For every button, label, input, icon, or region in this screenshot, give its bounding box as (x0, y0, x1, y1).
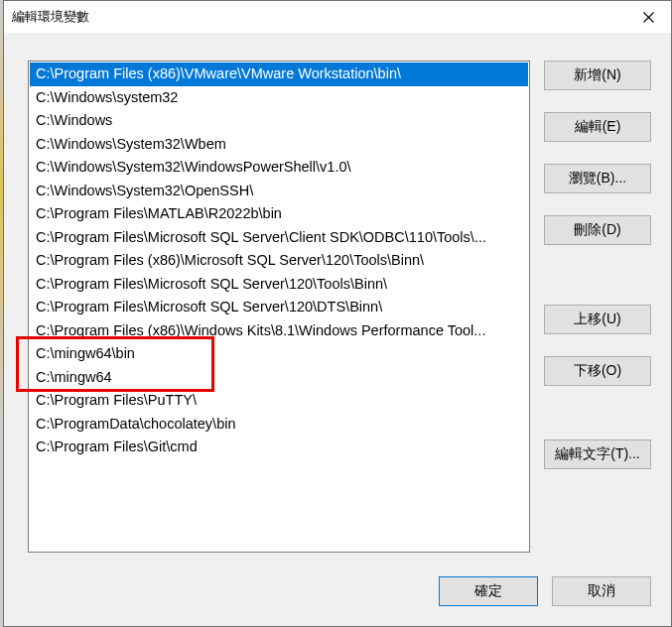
move-up-button[interactable]: 上移(U) (544, 305, 651, 334)
edit-text-button[interactable]: 編輯文字(T)... (544, 439, 651, 469)
ok-button[interactable]: 確定 (439, 576, 538, 606)
dialog-window: 編輯環境變數 C:\Program Files (x86)\VMware\VMw… (3, 0, 672, 627)
close-button[interactable] (625, 1, 671, 33)
content-area: C:\Program Files (x86)\VMware\VMware Wor… (4, 33, 671, 566)
list-item[interactable]: C:\Program Files (x86)\Windows Kits\8.1\… (30, 319, 528, 343)
list-item[interactable]: C:\Program Files\MATLAB\R2022b\bin (30, 202, 528, 226)
list-item[interactable]: C:\Program Files\Microsoft SQL Server\12… (30, 273, 528, 297)
bottom-button-bar: 確定 取消 (4, 566, 671, 626)
move-down-button[interactable]: 下移(O) (544, 356, 651, 386)
path-listbox[interactable]: C:\Program Files (x86)\VMware\VMware Wor… (28, 61, 530, 553)
list-item[interactable]: C:\Windows\System32\Wbem (30, 133, 528, 157)
list-item[interactable]: C:\mingw64\bin (30, 342, 528, 366)
list-item[interactable]: C:\Program Files (x86)\Microsoft SQL Ser… (30, 249, 528, 273)
list-item[interactable]: C:\Windows (30, 109, 528, 133)
list-item[interactable]: C:\Windows\system32 (30, 86, 528, 110)
list-item[interactable]: C:\Program Files (x86)\VMware\VMware Wor… (30, 63, 528, 86)
list-item[interactable]: C:\Program Files\Microsoft SQL Server\Cl… (30, 226, 528, 250)
list-item[interactable]: C:\Program Files\Git\cmd (30, 436, 528, 459)
window-title: 編輯環境變數 (12, 8, 625, 26)
list-item[interactable]: C:\Program Files\PuTTY\ (30, 389, 528, 413)
list-item[interactable]: C:\Program Files\Microsoft SQL Server\12… (30, 296, 528, 319)
close-icon (643, 12, 654, 23)
titlebar: 編輯環境變數 (4, 1, 671, 33)
edit-button[interactable]: 編輯(E) (544, 112, 651, 142)
cancel-button[interactable]: 取消 (552, 576, 651, 606)
list-item[interactable]: C:\ProgramData\chocolatey\bin (30, 413, 528, 437)
side-button-column: 新增(N) 編輯(E) 瀏覽(B)... 刪除(D) 上移(U) 下移(O) 編… (544, 61, 651, 553)
browse-button[interactable]: 瀏覽(B)... (544, 164, 651, 193)
list-item[interactable]: C:\mingw64 (30, 366, 528, 390)
list-item[interactable]: C:\Windows\System32\OpenSSH\ (30, 180, 528, 203)
list-item[interactable]: C:\Windows\System32\WindowsPowerShell\v1… (30, 156, 528, 180)
new-button[interactable]: 新增(N) (544, 61, 651, 90)
delete-button[interactable]: 刪除(D) (544, 215, 651, 245)
